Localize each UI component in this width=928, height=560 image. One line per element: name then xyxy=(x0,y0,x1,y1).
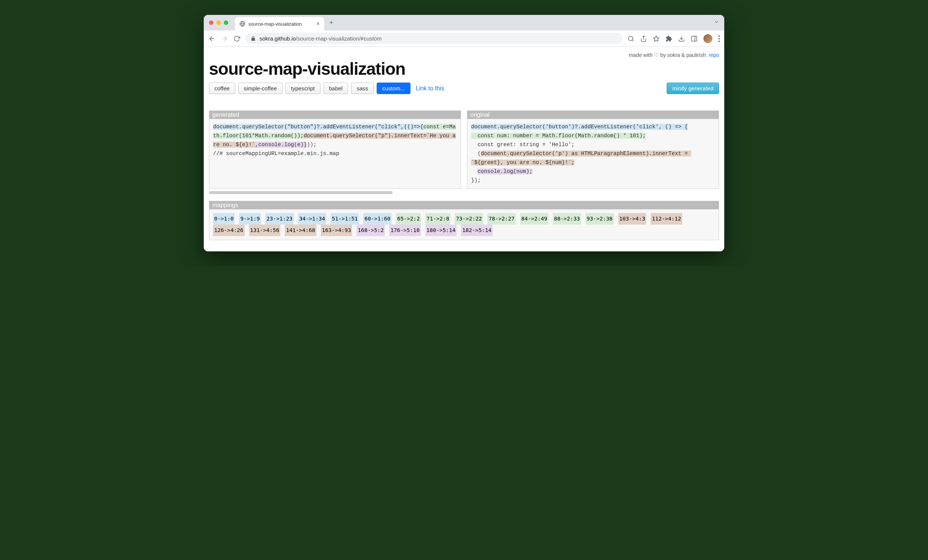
tab-title: source-map-visualization xyxy=(248,21,302,27)
mapping-item[interactable]: 60->1:60 xyxy=(363,213,392,224)
share-icon[interactable] xyxy=(640,35,647,42)
close-window-button[interactable] xyxy=(209,20,214,25)
mapping-item[interactable]: 73->2:22 xyxy=(455,213,483,224)
original-code[interactable]: document.querySelector('button')?.addEve… xyxy=(467,119,719,189)
code-panels: generated document.querySelector("button… xyxy=(209,110,719,189)
tab-bar: source-map-visualization × + xyxy=(204,15,724,31)
original-header: original xyxy=(467,111,719,119)
mapping-item[interactable]: 0->1:0 xyxy=(213,213,235,224)
page-content: made with ♡ by sokra & paulirish. repo s… xyxy=(204,47,724,251)
generated-header: generated xyxy=(209,111,461,119)
babel-button[interactable]: babel xyxy=(324,82,348,94)
mapping-item[interactable]: 141->4:68 xyxy=(285,224,316,236)
extensions-icon[interactable] xyxy=(665,35,672,42)
mapping-item[interactable]: 23->1:23 xyxy=(266,213,294,224)
mapping-item[interactable]: 84->2:49 xyxy=(520,213,548,224)
mapping-item[interactable]: 103->4:3 xyxy=(618,213,647,224)
mapping-item[interactable]: 176->5:10 xyxy=(389,224,421,236)
svg-line-5 xyxy=(632,40,633,41)
scroll-thumb[interactable] xyxy=(209,191,392,194)
mapping-item[interactable]: 51->1:51 xyxy=(331,213,359,224)
minimize-window-button[interactable] xyxy=(217,20,221,25)
mappings-header: mappings xyxy=(209,201,719,209)
browser-chrome: source-map-visualization × + xyxy=(204,15,724,47)
bookmark-star-icon[interactable] xyxy=(653,35,659,42)
back-button[interactable] xyxy=(208,35,216,43)
mapping-item[interactable]: 182->5:14 xyxy=(461,224,493,236)
horizontal-scrollbar[interactable] xyxy=(209,191,719,194)
repo-link[interactable]: repo xyxy=(709,52,719,58)
globe-icon xyxy=(240,21,246,27)
heart-icon: ♡ xyxy=(654,52,659,58)
search-icon[interactable] xyxy=(627,35,634,42)
mapping-item[interactable]: 168->5:2 xyxy=(357,224,385,236)
generated-panel: generated document.querySelector("button… xyxy=(209,110,461,189)
mapping-item[interactable]: 180->5:14 xyxy=(425,224,457,236)
credits: made with ♡ by sokra & paulirish. repo xyxy=(209,50,719,58)
page-title: source-map-visualization xyxy=(209,59,719,79)
profile-avatar[interactable] xyxy=(704,34,712,43)
simple-coffee-button[interactable]: simple-coffee xyxy=(238,82,282,94)
mapping-item[interactable]: 126->4:26 xyxy=(213,224,245,236)
address-bar[interactable]: sokra.github.io/source-map-visualization… xyxy=(246,33,623,44)
mapping-item[interactable]: 65->2:2 xyxy=(396,213,421,224)
lock-icon xyxy=(250,36,256,41)
download-icon[interactable] xyxy=(678,35,685,42)
mapping-item[interactable]: 93->2:38 xyxy=(586,213,614,224)
mapping-item[interactable]: 131->4:56 xyxy=(249,224,281,236)
browser-toolbar: sokra.github.io/source-map-visualization… xyxy=(204,31,724,47)
example-button-row: coffee simple-coffee typescript babel sa… xyxy=(209,82,719,94)
forward-button[interactable] xyxy=(221,35,228,43)
original-panel: original document.querySelector('button'… xyxy=(467,110,719,189)
maximize-window-button[interactable] xyxy=(224,20,228,25)
coffee-button[interactable]: coffee xyxy=(209,82,235,94)
mapping-item[interactable]: 112->4:12 xyxy=(651,213,682,224)
menu-icon[interactable] xyxy=(718,35,720,42)
svg-marker-7 xyxy=(653,36,659,41)
generated-code[interactable]: document.querySelector("button")?.addEve… xyxy=(209,119,461,162)
mapping-item[interactable]: 9->1:9 xyxy=(239,213,261,224)
reload-button[interactable] xyxy=(234,35,240,42)
mappings-body[interactable]: 0->1:09->1:923->1:2334->1:3451->1:5160->… xyxy=(209,209,719,240)
mapping-item[interactable]: 88->2:33 xyxy=(553,213,581,224)
toolbar-actions xyxy=(627,34,720,43)
mapping-item[interactable]: 163->4:93 xyxy=(321,224,353,236)
mapping-item[interactable]: 34->1:34 xyxy=(298,213,327,224)
svg-point-4 xyxy=(628,36,633,41)
minify-generated-button[interactable]: minify generated xyxy=(667,82,719,94)
url-text: sokra.github.io/source-map-visualization… xyxy=(259,35,382,42)
tab-list-dropdown[interactable] xyxy=(714,19,719,26)
panel-icon[interactable] xyxy=(691,35,698,42)
mapping-item[interactable]: 78->2:27 xyxy=(487,213,516,224)
new-tab-button[interactable]: + xyxy=(330,19,334,27)
typescript-button[interactable]: typescript xyxy=(285,82,321,94)
link-to-this[interactable]: Link to this xyxy=(416,85,444,92)
window-controls xyxy=(209,20,228,25)
custom-button[interactable]: custom... xyxy=(377,82,411,94)
mappings-panel: mappings 0->1:09->1:923->1:2334->1:3451-… xyxy=(209,201,719,240)
mapping-item[interactable]: 71->2:8 xyxy=(425,213,450,224)
browser-tab[interactable]: source-map-visualization × xyxy=(235,17,324,31)
close-tab-button[interactable]: × xyxy=(316,21,320,27)
browser-window: source-map-visualization × + xyxy=(204,15,724,251)
sass-button[interactable]: sass xyxy=(351,82,374,94)
svg-rect-9 xyxy=(691,36,697,41)
